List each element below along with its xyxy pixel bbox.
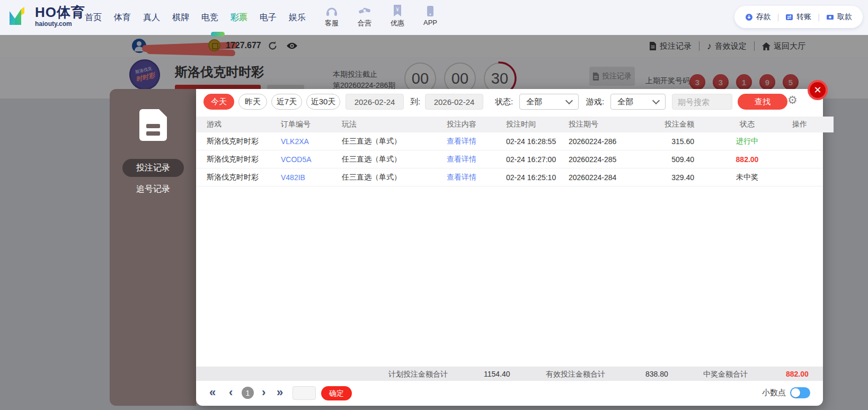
table-row: 斯洛伐克时时彩 VLK2XA 任三直选（单式） 查看详情 02-24 16:28…: [196, 132, 823, 150]
cell-time: 02-24 16:25:10: [506, 173, 569, 182]
svg-text:¥: ¥: [395, 7, 399, 13]
menu-item-entertainment[interactable]: 娱乐: [289, 12, 306, 23]
close-icon: ✕: [813, 84, 821, 96]
document-icon-slot: [146, 124, 160, 128]
menu-item-esports[interactable]: 电竞: [201, 12, 218, 23]
date-to-label: 到:: [410, 94, 420, 110]
filter-7days-button[interactable]: 近7天: [271, 94, 302, 110]
cell-status: 未中奖: [718, 173, 776, 182]
period-search-input[interactable]: [672, 94, 732, 110]
valid-total-value: 838.80: [645, 370, 668, 378]
headset-icon: [325, 4, 338, 17]
search-button[interactable]: 查找: [738, 94, 787, 110]
table-row: 斯洛伐克时时彩 V482IB 任三直选（单式） 查看详情 02-24 16:25…: [196, 168, 823, 186]
records-modal: 今天 昨天 近7天 近30天 到: 状态: 全部 游戏: 全部 查找 ⚙ 游戏 …: [196, 89, 823, 406]
filter-30days-button[interactable]: 近30天: [306, 94, 340, 110]
handshake-icon: [358, 4, 371, 17]
col-content: 投注内容: [447, 120, 506, 129]
deposit-label: 存款: [756, 12, 771, 22]
cell-period: 20260224-284: [569, 173, 664, 182]
filter-yesterday-button[interactable]: 昨天: [238, 94, 267, 110]
logo-mark-icon: [6, 6, 31, 27]
decimal-toggle-label: 小数点: [762, 388, 786, 398]
page-jump-input[interactable]: [293, 386, 316, 400]
transfer-label: 转账: [796, 12, 811, 22]
game-select-value: 全部: [617, 97, 633, 107]
order-link[interactable]: VLK2XA: [281, 137, 342, 146]
wallet-bar: 存款 | 转账 | 取款: [734, 6, 863, 28]
cell-amount: 329.40: [664, 173, 718, 182]
sidebar-item-bet-records[interactable]: 投注记录: [122, 159, 184, 177]
cell-status: 进行中: [718, 137, 776, 146]
transfer-icon: [785, 13, 793, 21]
totals-row: 计划投注金额合计 1154.40 有效投注金额合计 838.80 中奖金额合计 …: [196, 367, 823, 381]
game-select[interactable]: 全部: [610, 94, 666, 110]
col-order: 订单编号: [281, 120, 342, 129]
chevron-down-icon: [652, 97, 660, 104]
withdraw-button[interactable]: 取款: [826, 12, 852, 22]
col-action: 操作: [776, 120, 823, 129]
decimal-toggle[interactable]: [790, 387, 810, 398]
quick-label-app: APP: [423, 19, 437, 26]
first-page-button[interactable]: «: [209, 386, 216, 399]
current-page-button[interactable]: 1: [242, 387, 254, 399]
status-select[interactable]: 全部: [519, 94, 579, 110]
quick-item-app[interactable]: APP: [419, 4, 442, 28]
filter-today-button[interactable]: 今天: [203, 94, 234, 110]
next-page-button[interactable]: ›: [262, 386, 265, 399]
decimal-toggle-knob: [791, 388, 800, 397]
document-icon-slot: [146, 131, 160, 136]
cell-game: 斯洛伐克时时彩: [207, 137, 281, 146]
sidebar-item-chase-records[interactable]: 追号记录: [122, 180, 184, 198]
cell-amount: 509.40: [664, 155, 718, 164]
site-logo[interactable]: HO体育 haiouty.com: [6, 5, 85, 27]
last-page-button[interactable]: »: [277, 386, 283, 399]
menu-item-home[interactable]: 首页: [85, 12, 102, 23]
modal-close-button[interactable]: ✕: [808, 80, 828, 100]
status-label: 状态:: [495, 94, 513, 110]
quick-item-partner[interactable]: 合营: [353, 4, 376, 28]
cell-play: 任三直选（单式）: [342, 155, 447, 164]
view-details-link[interactable]: 查看详情: [447, 137, 506, 146]
main-menu: 首页 体育 真人 棋牌 电竞 彩票 电子 娱乐: [85, 0, 306, 35]
date-to-input[interactable]: [425, 94, 483, 110]
pagination-bar: « ‹ 1 › » 确定 小数点: [196, 381, 823, 406]
wallet-separator: |: [777, 13, 780, 21]
chevron-down-icon: [565, 97, 573, 104]
prev-page-button[interactable]: ‹: [229, 386, 233, 399]
deposit-icon: [745, 13, 753, 21]
date-from-input[interactable]: [346, 94, 404, 110]
win-total-label: 中奖金额合计: [703, 370, 748, 379]
view-details-link[interactable]: 查看详情: [447, 155, 506, 164]
withdraw-label: 取款: [837, 12, 852, 22]
menu-item-slots[interactable]: 电子: [260, 12, 277, 23]
menu-item-lottery-active[interactable]: 彩票: [231, 12, 247, 23]
transfer-button[interactable]: 转账: [785, 12, 811, 22]
quick-label-service: 客服: [325, 19, 339, 28]
cell-period: 20260224-286: [569, 137, 664, 146]
quick-item-promo[interactable]: ¥ 优惠: [386, 4, 409, 28]
logo-text: HO体育 haiouty.com: [35, 5, 85, 27]
view-details-link[interactable]: 查看详情: [447, 173, 506, 182]
menu-item-sports[interactable]: 体育: [114, 12, 131, 23]
order-link[interactable]: VCOD5A: [281, 155, 342, 164]
game-label: 游戏:: [586, 94, 604, 110]
menu-item-live[interactable]: 真人: [143, 12, 160, 23]
page-confirm-button[interactable]: 确定: [321, 386, 352, 400]
cell-game: 斯洛伐克时时彩: [207, 173, 281, 182]
page: HO体育 haiouty.com 首页 体育 真人 棋牌 电竞 彩票 电子 娱乐…: [0, 0, 868, 410]
quick-item-service[interactable]: 客服: [320, 4, 343, 28]
gear-icon[interactable]: ⚙: [787, 94, 798, 105]
cell-time: 02-24 16:27:00: [506, 155, 569, 164]
top-nav: HO体育 haiouty.com 首页 体育 真人 棋牌 电竞 彩票 电子 娱乐…: [0, 0, 868, 35]
wallet-separator: |: [818, 13, 820, 21]
plan-total-value: 1154.40: [484, 370, 510, 378]
col-play: 玩法: [342, 120, 447, 129]
table-row: 斯洛伐克时时彩 VCOD5A 任三直选（单式） 查看详情 02-24 16:27…: [196, 150, 823, 168]
order-link[interactable]: V482IB: [281, 173, 342, 182]
deposit-button[interactable]: 存款: [745, 12, 771, 22]
phone-icon: [427, 4, 434, 17]
logo-domain: haiouty.com: [35, 21, 85, 27]
status-select-value: 全部: [526, 97, 542, 107]
menu-item-board[interactable]: 棋牌: [172, 12, 189, 23]
